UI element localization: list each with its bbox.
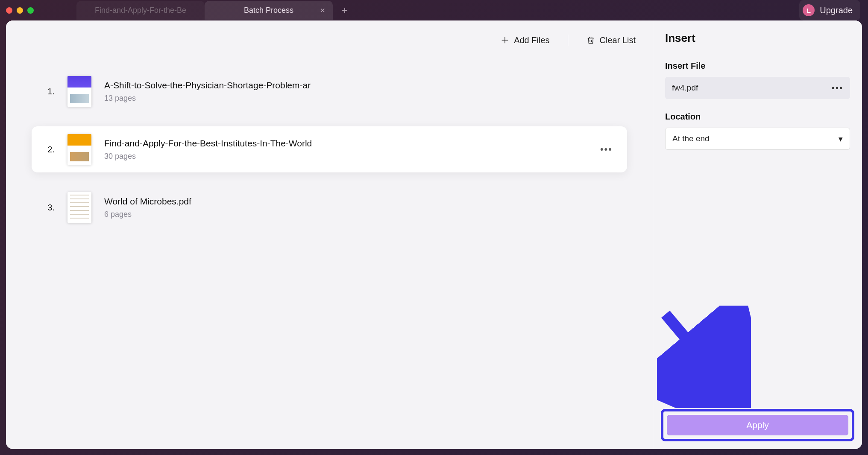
- browse-icon[interactable]: •••: [832, 83, 843, 93]
- row-index: 1.: [43, 87, 55, 96]
- insert-file-value: fw4.pdf: [672, 83, 698, 93]
- clear-list-button[interactable]: Clear List: [586, 35, 636, 45]
- file-pages: 30 pages: [104, 152, 584, 161]
- file-texts: A-Shift-to-Solve-the-Physician-Shortage-…: [104, 80, 616, 103]
- tab-label: Find-and-Apply-For-the-Be: [95, 6, 186, 15]
- svg-line-0: [666, 314, 734, 395]
- insert-file-label: Insert File: [665, 61, 850, 71]
- row-index: 3.: [43, 203, 55, 213]
- file-thumbnail: [67, 192, 91, 223]
- row-more-button[interactable]: •••: [597, 144, 616, 155]
- close-tab-icon[interactable]: ×: [320, 6, 325, 15]
- location-value: At the end: [672, 134, 710, 143]
- file-texts: Find-and-Apply-For-the-Best-Institutes-I…: [104, 138, 584, 161]
- file-title: Find-and-Apply-For-the-Best-Institutes-I…: [104, 138, 584, 149]
- avatar: L: [803, 4, 815, 16]
- sidebar-title: Insert: [665, 32, 850, 45]
- list-item[interactable]: 2. Find-and-Apply-For-the-Best-Institute…: [32, 126, 627, 172]
- apply-button[interactable]: Apply: [667, 415, 848, 435]
- file-thumbnail: [67, 134, 91, 165]
- tab-bar: Find-and-Apply-For-the-Be Batch Process …: [76, 0, 353, 20]
- annotation-arrow-icon: [657, 306, 751, 408]
- add-files-label: Add Files: [514, 35, 549, 45]
- trash-icon: [586, 35, 595, 45]
- file-title: A-Shift-to-Solve-the-Physician-Shortage-…: [104, 80, 616, 90]
- upgrade-button[interactable]: L Upgrade: [799, 0, 860, 20]
- tab-label: Batch Process: [244, 6, 293, 15]
- titlebar: Find-and-Apply-For-the-Be Batch Process …: [0, 0, 868, 20]
- insert-file-field[interactable]: fw4.pdf •••: [665, 77, 850, 99]
- main-column: Add Files Clear List 1. A-Shift-to-Solve…: [6, 20, 653, 449]
- minimize-window-button[interactable]: [17, 7, 23, 14]
- clear-list-label: Clear List: [600, 35, 636, 45]
- file-thumbnail: [67, 76, 91, 107]
- add-files-button[interactable]: Add Files: [500, 35, 549, 45]
- plus-icon: [500, 35, 510, 45]
- app-window: Add Files Clear List 1. A-Shift-to-Solve…: [6, 20, 862, 449]
- location-select[interactable]: At the end ▾: [665, 128, 850, 150]
- file-title: World of Microbes.pdf: [104, 196, 616, 207]
- location-label: Location: [665, 112, 850, 122]
- list-item[interactable]: 1. A-Shift-to-Solve-the-Physician-Shorta…: [32, 68, 627, 114]
- file-pages: 13 pages: [104, 94, 616, 103]
- tab-inactive[interactable]: Find-and-Apply-For-the-Be: [76, 1, 205, 20]
- file-pages: 6 pages: [104, 210, 616, 219]
- apply-label: Apply: [746, 420, 769, 430]
- upgrade-label: Upgrade: [820, 6, 853, 15]
- avatar-initial: L: [807, 7, 811, 14]
- toolbar-divider: [568, 35, 568, 46]
- file-texts: World of Microbes.pdf 6 pages: [104, 196, 616, 219]
- close-window-button[interactable]: [6, 7, 12, 14]
- file-list: 1. A-Shift-to-Solve-the-Physician-Shorta…: [6, 60, 653, 239]
- row-index: 2.: [43, 145, 55, 155]
- list-item[interactable]: 3. World of Microbes.pdf 6 pages: [32, 184, 627, 230]
- maximize-window-button[interactable]: [27, 7, 34, 14]
- chevron-down-icon: ▾: [839, 134, 843, 144]
- tab-active[interactable]: Batch Process ×: [205, 1, 333, 20]
- window-controls: [6, 7, 34, 14]
- apply-highlight: Apply: [661, 409, 854, 441]
- new-tab-button[interactable]: +: [336, 2, 353, 19]
- sidebar: Insert Insert File fw4.pdf ••• Location …: [653, 20, 862, 449]
- toolbar: Add Files Clear List: [6, 20, 653, 60]
